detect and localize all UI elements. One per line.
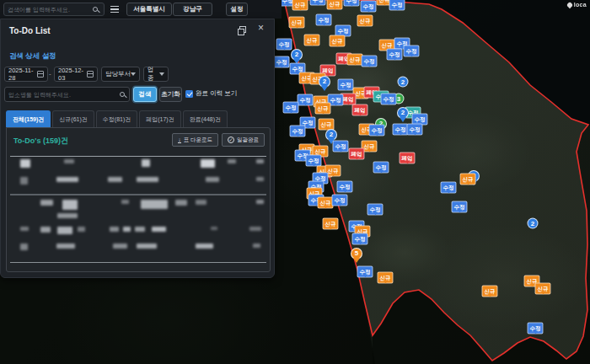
city-select-button[interactable]: 서울특별시 — [126, 3, 172, 16]
map-marker-s[interactable]: 수정 — [316, 14, 332, 26]
map-marker-n[interactable]: 신규 — [378, 272, 394, 284]
redacted-cell — [228, 159, 236, 163]
map-marker-s[interactable]: 수정 — [404, 46, 420, 57]
todo-panel-header: To-Do List × — [1, 19, 274, 41]
map-marker-cb2[interactable]: 2 — [528, 218, 539, 229]
map-marker-s[interactable]: 수정 — [387, 49, 403, 61]
map-marker-cb2[interactable]: 2 — [398, 77, 409, 88]
global-search-input[interactable] — [4, 7, 93, 13]
search-icon[interactable] — [93, 7, 98, 12]
map-marker-s[interactable]: 수정 — [306, 155, 322, 167]
map-marker-s[interactable]: 수정 — [298, 94, 314, 106]
map-marker-s[interactable]: 수정 — [452, 201, 468, 213]
date-from-field[interactable]: 2025-11-28 — [4, 67, 48, 82]
map-marker-s[interactable]: 수정 — [276, 39, 292, 51]
redacted-cell — [137, 177, 158, 182]
map-marker-s[interactable]: 수정 — [361, 1, 377, 13]
business-type-select[interactable]: 업종 — [143, 67, 169, 82]
redacted-cell — [113, 244, 127, 249]
redacted-cell — [121, 200, 129, 204]
redacted-cell — [141, 200, 168, 209]
redacted-cell — [206, 177, 219, 182]
map-marker-n[interactable]: 신규 — [330, 35, 346, 47]
map-marker-s[interactable]: 수정 — [290, 126, 306, 137]
map-marker-n[interactable]: 신규 — [482, 286, 498, 297]
reset-button[interactable]: 초기화 — [159, 87, 182, 102]
search-button[interactable]: 검색 — [133, 87, 157, 102]
map-marker-s[interactable]: 수정 — [373, 162, 389, 174]
map-marker-s[interactable]: 수정 — [357, 266, 373, 278]
date-to-field[interactable]: 2025-12-03 — [54, 67, 98, 82]
map-marker-n[interactable]: 신규 — [535, 283, 551, 295]
map-marker-s[interactable]: 수정 — [441, 182, 457, 194]
calendar-icon[interactable] — [37, 71, 44, 78]
map-marker-n[interactable]: 신규 — [327, 0, 343, 9]
close-icon[interactable]: × — [258, 23, 264, 33]
todo-table-redacted[interactable] — [10, 156, 266, 262]
tab-3[interactable]: 폐업(17)건 — [139, 110, 180, 127]
map-marker-s[interactable]: 수정 — [310, 0, 326, 5]
map-marker-po5[interactable]: 5 — [351, 248, 362, 260]
map-marker-p[interactable]: 폐업 — [352, 104, 368, 116]
map-marker-pb2[interactable]: 2 — [319, 76, 330, 88]
map-marker-pb2[interactable]: 2 — [291, 49, 303, 61]
map-marker-p[interactable]: 폐업 — [400, 153, 416, 164]
checkbox-checked-icon[interactable] — [185, 90, 193, 98]
tab-0[interactable]: 전체(159)건 — [6, 110, 51, 127]
district-select-button[interactable]: 강남구 — [173, 3, 212, 16]
download-icon: ↓ — [178, 136, 181, 144]
search-settings-title: 검색 상세 설정 — [9, 51, 56, 62]
map-marker-n[interactable]: 신규 — [304, 35, 320, 46]
store-search-input[interactable] — [8, 92, 120, 98]
table-download-button[interactable]: ↓ 표 다운로드 — [172, 133, 218, 147]
map-marker-pb2[interactable]: 2 — [325, 129, 337, 141]
bulk-complete-button[interactable]: ✓ 일괄완료 — [222, 133, 265, 147]
redacted-cell — [211, 227, 217, 230]
map-marker-s[interactable]: 수정 — [407, 124, 423, 136]
map-marker-s[interactable]: 수정 — [337, 181, 353, 193]
map-marker-s[interactable]: 수정 — [283, 102, 299, 114]
map-marker-n[interactable]: 신규 — [315, 103, 331, 115]
map-marker-s[interactable]: 수정 — [362, 56, 378, 67]
map-marker-s[interactable]: 수정 — [274, 56, 290, 68]
tab-2[interactable]: 수정(81)건 — [96, 110, 137, 127]
tab-1[interactable]: 신규(61)건 — [52, 110, 94, 127]
map-marker-p[interactable]: 폐업 — [349, 148, 365, 160]
redacted-cell — [56, 177, 78, 182]
redacted-cell — [57, 213, 78, 218]
global-search-box — [3, 3, 105, 16]
map-marker-n[interactable]: 신규 — [323, 218, 339, 230]
tab-4[interactable]: 완료(448)건 — [183, 110, 228, 127]
map-marker-pb2[interactable]: 2 — [397, 107, 409, 119]
map-marker-n[interactable]: 신규 — [319, 119, 335, 131]
map-marker-n[interactable]: 신규 — [460, 174, 476, 185]
redacted-cell — [20, 244, 28, 250]
map-marker-s[interactable]: 수정 — [367, 204, 384, 216]
map-marker-s[interactable]: 수정 — [333, 141, 349, 153]
map-marker-s[interactable]: 수정 — [352, 233, 368, 245]
map-marker-s[interactable]: 수정 — [528, 323, 544, 335]
show-completed-checkbox[interactable]: 완료 이력 보기 — [185, 89, 237, 98]
map-marker-s[interactable]: 수정 — [369, 125, 385, 136]
calendar-icon[interactable] — [87, 71, 94, 78]
chevron-down-icon — [159, 72, 164, 78]
map-marker-s[interactable]: 수정 — [389, 0, 405, 10]
table-bottom-divider — [10, 262, 266, 263]
map-marker-n[interactable]: 신규 — [357, 15, 373, 27]
redacted-cell — [40, 227, 51, 233]
todo-panel: To-Do List × 검색 상세 설정 2025-11-28 - 2025-… — [0, 19, 275, 278]
map-marker-s[interactable]: 수정 — [338, 79, 354, 91]
map-marker-s[interactable]: 수정 — [332, 195, 348, 206]
date-from-value: 2025-11-28 — [8, 67, 37, 82]
redacted-cell — [135, 227, 145, 232]
settings-button[interactable]: 설정 — [226, 3, 248, 16]
app-root: 수정신규수정신규수정신규수정수정수정신규신규수정신규신규수정신규수정수정수정2폐… — [0, 0, 590, 364]
map-marker-n[interactable]: 신규 — [292, 0, 308, 10]
map-marker-s[interactable]: 수정 — [381, 94, 397, 105]
map-marker-s[interactable]: 수정 — [344, 0, 360, 6]
department-select[interactable]: 담당부서 — [101, 67, 140, 82]
map-marker-n[interactable]: 신규 — [289, 17, 305, 29]
restore-window-icon[interactable] — [238, 26, 245, 34]
menu-button[interactable] — [107, 3, 122, 16]
redacted-cell — [256, 177, 264, 181]
